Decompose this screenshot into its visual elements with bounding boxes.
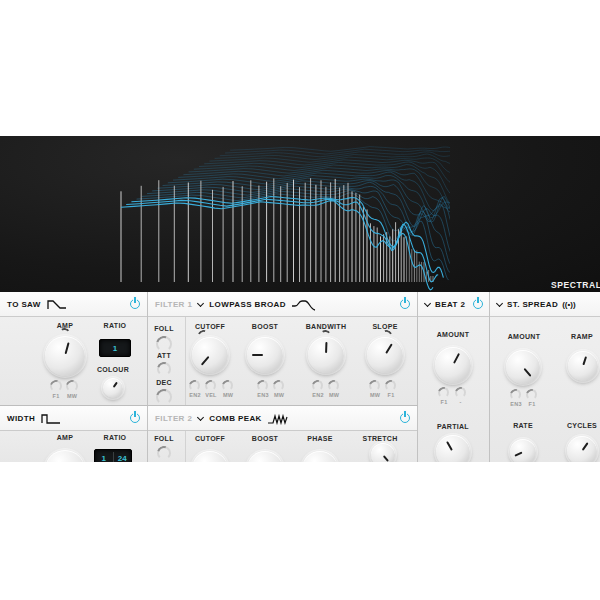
mod-knob[interactable] bbox=[328, 380, 339, 391]
dec-knob[interactable] bbox=[156, 389, 172, 405]
cycles-knob[interactable] bbox=[567, 436, 597, 462]
pulse-wave-icon bbox=[40, 412, 62, 425]
foll-knob[interactable] bbox=[156, 336, 172, 352]
ratio-display[interactable]: 1 24 bbox=[94, 449, 132, 462]
foll-label: FOLL bbox=[148, 435, 180, 442]
amp-label: AMP bbox=[40, 434, 90, 441]
chevron-down-icon[interactable] bbox=[197, 415, 204, 422]
mod-knob[interactable] bbox=[312, 380, 323, 391]
chevron-down-icon[interactable] bbox=[197, 301, 204, 308]
ramp-label: RAMP bbox=[557, 333, 600, 340]
boost-label: BOOST bbox=[241, 435, 289, 442]
top-rack: GLIDE AUTO RANDOM SPECTRAL CLIP F SAFE B… bbox=[0, 136, 600, 292]
ratio-label: RATIO bbox=[90, 434, 140, 441]
amount-knob[interactable] bbox=[506, 350, 540, 384]
boost-label: BOOST bbox=[241, 323, 289, 330]
cutoff-knob[interactable] bbox=[192, 337, 228, 373]
mod-label: MW bbox=[268, 392, 290, 398]
saw-wave-icon bbox=[46, 298, 68, 311]
mod-knob[interactable] bbox=[526, 389, 537, 400]
mod-knob[interactable] bbox=[369, 380, 380, 391]
mod-label: F1 bbox=[48, 393, 64, 399]
filter2-kind-label: FILTER 2 bbox=[155, 414, 192, 423]
width-title: WIDTH bbox=[7, 414, 35, 423]
mod-knob[interactable] bbox=[510, 389, 521, 400]
mod-knob[interactable] bbox=[222, 380, 233, 391]
amount-label: AMOUNT bbox=[428, 331, 478, 338]
stereo-spread-icon: ((•)) bbox=[562, 300, 575, 309]
filter1-type-selector[interactable]: LOWPASS BROAD bbox=[209, 300, 286, 309]
rate-label: RATE bbox=[498, 422, 548, 429]
mod-label: MW bbox=[323, 392, 345, 398]
ratio-display[interactable]: 1 bbox=[99, 339, 131, 357]
boost-knob[interactable] bbox=[247, 337, 283, 373]
beat2-header: BEAT 2 bbox=[418, 292, 489, 317]
rate-knob[interactable] bbox=[510, 439, 536, 462]
stretch-knob[interactable] bbox=[371, 443, 395, 462]
mod-knob[interactable] bbox=[205, 380, 216, 391]
spectral-title: SPECTRAL bbox=[551, 280, 600, 290]
chevron-down-icon[interactable] bbox=[496, 301, 503, 308]
cutoff-knob[interactable] bbox=[192, 451, 228, 462]
panel-to-saw: TO SAW AMP RATIO 1 F1 MW COLOUR bbox=[0, 292, 148, 405]
st-spread-header: ST. SPREAD ((•)) bbox=[490, 292, 600, 317]
filter2-type-selector[interactable]: COMB PEAK bbox=[209, 414, 262, 423]
mod-knob[interactable] bbox=[455, 387, 466, 398]
lowpass-curve-icon bbox=[291, 297, 317, 311]
colour-knob[interactable] bbox=[103, 378, 123, 398]
phase-knob[interactable] bbox=[302, 451, 338, 462]
foll-knob[interactable] bbox=[157, 446, 171, 460]
mod-label: - bbox=[455, 399, 466, 405]
mod-knob[interactable] bbox=[385, 380, 396, 391]
power-icon[interactable] bbox=[130, 299, 140, 309]
spectral-visualizer bbox=[105, 142, 450, 292]
phase-label: PHASE bbox=[296, 435, 344, 442]
cycles-label: CYCLES bbox=[557, 422, 600, 429]
att-knob[interactable] bbox=[157, 362, 171, 376]
mod-knob-mw[interactable] bbox=[66, 380, 78, 392]
mod-label: F1 bbox=[437, 399, 451, 405]
mod-knob[interactable] bbox=[257, 380, 268, 391]
ratio-value-left: 1 bbox=[95, 454, 113, 463]
amount-label: AMOUNT bbox=[499, 333, 549, 340]
cutoff-label: CUTOFF bbox=[186, 435, 234, 442]
ratio-value: 1 bbox=[100, 344, 130, 353]
ratio-label: RATIO bbox=[90, 322, 140, 329]
mod-knob[interactable] bbox=[189, 380, 200, 391]
slope-knob[interactable] bbox=[367, 337, 403, 373]
mod-label: MW bbox=[217, 392, 239, 398]
width-header: WIDTH bbox=[0, 406, 147, 431]
mod-knob-f1[interactable] bbox=[50, 380, 62, 392]
amp-knob[interactable] bbox=[45, 450, 85, 462]
power-icon[interactable] bbox=[473, 299, 483, 309]
amp-knob[interactable] bbox=[45, 336, 85, 376]
amount-knob[interactable] bbox=[435, 347, 471, 383]
power-icon[interactable] bbox=[400, 299, 410, 309]
panel-filter2: FILTER 2 COMB PEAK FOLL CUTOFF BOOST PHA… bbox=[148, 405, 418, 462]
ratio-value-right: 24 bbox=[114, 454, 132, 463]
comb-curve-icon bbox=[267, 412, 293, 425]
chevron-down-icon[interactable] bbox=[424, 301, 431, 308]
foll-label: FOLL bbox=[148, 325, 180, 332]
ramp-knob[interactable] bbox=[568, 351, 598, 381]
panel-beat2: BEAT 2 AMOUNT F1 - PARTIAL bbox=[418, 292, 490, 462]
boost-knob[interactable] bbox=[247, 451, 283, 462]
filter1-kind-label: FILTER 1 bbox=[155, 300, 192, 309]
partial-knob[interactable] bbox=[436, 435, 470, 462]
mod-knob[interactable] bbox=[438, 387, 449, 398]
panel-st-spread: ST. SPREAD ((•)) AMOUNT RAMP EN3 F1 RATE… bbox=[490, 292, 600, 462]
colour-label: COLOUR bbox=[88, 366, 138, 373]
mod-knob[interactable] bbox=[273, 380, 284, 391]
to-saw-header: TO SAW bbox=[0, 292, 147, 317]
st-spread-selector[interactable]: ST. SPREAD bbox=[507, 300, 558, 309]
mod-label: MW bbox=[64, 393, 80, 399]
panel-width: WIDTH AMP RATIO 1 24 bbox=[0, 405, 148, 462]
power-icon[interactable] bbox=[400, 413, 410, 423]
mod-label: F1 bbox=[380, 392, 402, 398]
mod-label: F1 bbox=[524, 401, 540, 407]
power-icon[interactable] bbox=[130, 413, 140, 423]
dec-label: DEC bbox=[148, 379, 180, 386]
panel-filter1: FILTER 1 LOWPASS BROAD FOLL ATT DEC CUTO… bbox=[148, 292, 418, 405]
beat2-selector[interactable]: BEAT 2 bbox=[435, 300, 465, 309]
bandwith-knob[interactable] bbox=[308, 337, 344, 373]
